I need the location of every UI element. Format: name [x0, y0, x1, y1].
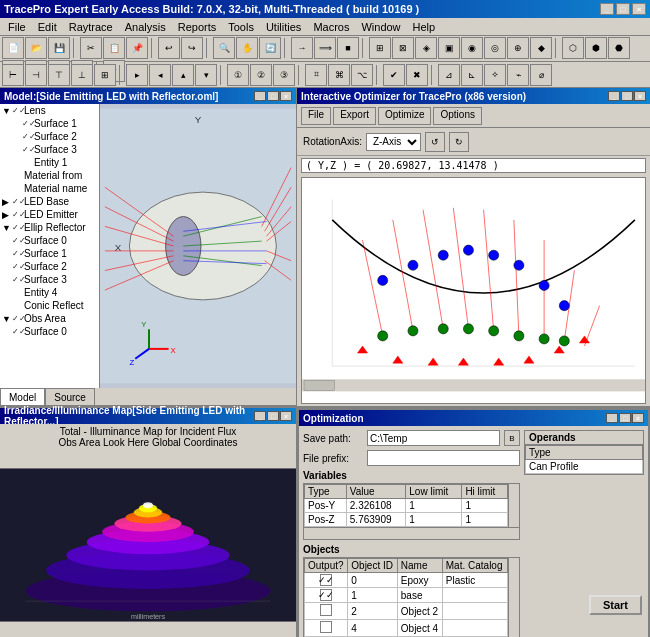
check-s1[interactable]: ✓	[22, 119, 32, 128]
obj-out-2[interactable]: ✓	[305, 588, 348, 603]
b8[interactable]: ◆	[530, 37, 552, 59]
t7[interactable]: ◂	[149, 64, 171, 86]
tree-item-ledemit[interactable]: ▶ ✓ LED Emitter	[0, 208, 99, 221]
pan-btn[interactable]: ✋	[236, 37, 258, 59]
close-btn[interactable]: ×	[632, 3, 646, 15]
opt-menu-options[interactable]: Options	[433, 107, 481, 125]
opt-menu-optimize[interactable]: Optimize	[378, 107, 431, 125]
t3[interactable]: ⊤	[48, 64, 70, 86]
var-row-2[interactable]: Pos-Z 5.763909 1 1	[305, 513, 508, 527]
tree-item-osurf0[interactable]: ✓ Surface 0	[0, 325, 99, 338]
chart-area[interactable]	[301, 177, 646, 404]
save-path-input[interactable]	[367, 430, 500, 446]
check-lens[interactable]: ✓	[12, 106, 22, 115]
op-row-1[interactable]: Can Profile	[526, 460, 643, 474]
tree-item-esurf2[interactable]: ✓ Surface 2	[0, 260, 99, 273]
b5[interactable]: ◉	[461, 37, 483, 59]
t2[interactable]: ⊣	[25, 64, 47, 86]
menu-window[interactable]: Window	[355, 20, 406, 34]
check-obs[interactable]: ✓	[12, 314, 22, 323]
tree-item-obsarea[interactable]: ▼ ✓ Obs Area	[0, 312, 99, 325]
var-scrollbar-v[interactable]	[508, 484, 519, 527]
rot-btn2[interactable]: ↻	[449, 132, 469, 152]
b11[interactable]: ⬣	[608, 37, 630, 59]
var-scrollbar-h[interactable]	[304, 527, 519, 539]
b7[interactable]: ⊕	[507, 37, 529, 59]
menu-raytrace[interactable]: Raytrace	[63, 20, 119, 34]
menu-tools[interactable]: Tools	[222, 20, 260, 34]
obj-row-1[interactable]: ✓ 0 Epoxy Plastic	[305, 573, 508, 588]
tree-item-esurf0[interactable]: ✓ Surface 0	[0, 234, 99, 247]
menu-utilities[interactable]: Utilities	[260, 20, 307, 34]
rotation-select[interactable]: Z-Axis X-Axis Y-Axis	[366, 133, 421, 151]
check-s3[interactable]: ✓	[22, 145, 32, 154]
opt-menu-export[interactable]: Export	[333, 107, 376, 125]
opt-menu-file[interactable]: File	[301, 107, 331, 125]
model-max[interactable]: □	[267, 91, 279, 101]
t9[interactable]: ▾	[195, 64, 217, 86]
check-esurf1[interactable]: ✓	[12, 249, 22, 258]
t15[interactable]: ⌥	[351, 64, 373, 86]
t13[interactable]: ⌗	[305, 64, 327, 86]
t4[interactable]: ⊥	[71, 64, 93, 86]
menu-file[interactable]: File	[2, 20, 32, 34]
ray2-btn[interactable]: ⟹	[314, 37, 336, 59]
tree-item-matname[interactable]: Material name	[0, 182, 99, 195]
redo-btn[interactable]: ↪	[181, 37, 203, 59]
cut-btn[interactable]: ✂	[80, 37, 102, 59]
check-esurf0[interactable]: ✓	[12, 236, 22, 245]
irr-min[interactable]: _	[254, 411, 266, 421]
var-row-1[interactable]: Pos-Y 2.326108 1 1	[305, 499, 508, 513]
check-ellip[interactable]: ✓	[12, 223, 22, 232]
tree-item-matfrom[interactable]: Material from	[0, 169, 99, 182]
save-btn[interactable]: 💾	[48, 37, 70, 59]
menu-analysis[interactable]: Analysis	[119, 20, 172, 34]
open-btn[interactable]: 📂	[25, 37, 47, 59]
opt-close[interactable]: ×	[634, 91, 646, 101]
model-close[interactable]: ×	[280, 91, 292, 101]
obj-out-3[interactable]	[305, 603, 348, 620]
t6[interactable]: ▸	[126, 64, 148, 86]
copy-btn[interactable]: 📋	[103, 37, 125, 59]
paste-btn[interactable]: 📌	[126, 37, 148, 59]
viewport-3d[interactable]: Y X	[100, 104, 296, 388]
menu-help[interactable]: Help	[407, 20, 442, 34]
save-path-browse[interactable]: B	[504, 430, 520, 446]
tree-item-conic[interactable]: Conic Reflect	[0, 299, 99, 312]
obj-out-1[interactable]: ✓	[305, 573, 348, 588]
start-button[interactable]: Start	[589, 595, 642, 615]
obj-row-3[interactable]: 2 Object 2	[305, 603, 508, 620]
b1[interactable]: ⊞	[369, 37, 391, 59]
t8[interactable]: ▴	[172, 64, 194, 86]
t5[interactable]: ⊞	[94, 64, 116, 86]
obj-scrollbar-v[interactable]	[508, 558, 519, 637]
tree-item-ledbase[interactable]: ▶ ✓ LED Base	[0, 195, 99, 208]
tree-item-ellip[interactable]: ▼ ✓ Ellip Reflector	[0, 221, 99, 234]
b2[interactable]: ⊠	[392, 37, 414, 59]
opt-min[interactable]: _	[608, 91, 620, 101]
t20[interactable]: ⟡	[484, 64, 506, 86]
t19[interactable]: ⊾	[461, 64, 483, 86]
undo-btn[interactable]: ↩	[158, 37, 180, 59]
t12[interactable]: ③	[273, 64, 295, 86]
minimize-btn[interactable]: _	[600, 3, 614, 15]
check-esurf2[interactable]: ✓	[12, 262, 22, 271]
check-s2[interactable]: ✓	[22, 132, 32, 141]
menu-edit[interactable]: Edit	[32, 20, 63, 34]
obj-check-1[interactable]: ✓	[320, 574, 332, 586]
tree-item-esurf1[interactable]: ✓ Surface 1	[0, 247, 99, 260]
b9[interactable]: ⬡	[562, 37, 584, 59]
b10[interactable]: ⬢	[585, 37, 607, 59]
tree-item-ent1[interactable]: Entity 1	[0, 156, 99, 169]
b6[interactable]: ◎	[484, 37, 506, 59]
b3[interactable]: ◈	[415, 37, 437, 59]
t18[interactable]: ⊿	[438, 64, 460, 86]
obj-row-2[interactable]: ✓ 1 base	[305, 588, 508, 603]
check-osurf0[interactable]: ✓	[12, 327, 22, 336]
ray-btn[interactable]: →	[291, 37, 313, 59]
stop-btn[interactable]: ■	[337, 37, 359, 59]
tab-source[interactable]: Source	[45, 388, 95, 405]
obj-check-4[interactable]	[320, 621, 332, 633]
zoom-btn[interactable]: 🔍	[213, 37, 235, 59]
obj-check-3[interactable]	[320, 604, 332, 616]
